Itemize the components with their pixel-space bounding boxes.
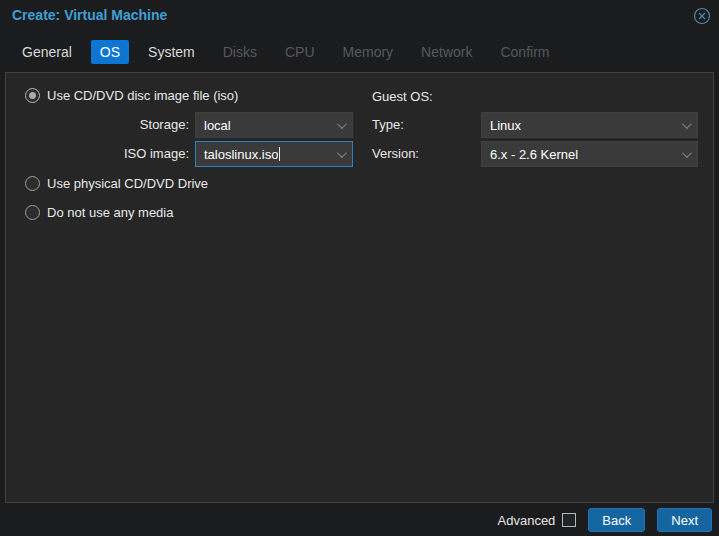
radio-button-icon[interactable]: [25, 205, 40, 220]
tab-network: Network: [412, 40, 481, 64]
os-tab-panel: Use CD/DVD disc image file (iso) Storage…: [5, 72, 714, 503]
chevron-down-icon[interactable]: [337, 148, 347, 158]
close-icon[interactable]: [693, 7, 711, 25]
guest-os-version-select[interactable]: 6.x - 2.6 Kernel: [481, 141, 698, 167]
chevron-down-icon[interactable]: [337, 119, 347, 129]
guest-os-version-value: 6.x - 2.6 Kernel: [490, 147, 578, 162]
advanced-label: Advanced: [498, 513, 556, 528]
radio-button-icon[interactable]: [25, 88, 40, 103]
radio-option-physical-drive[interactable]: Use physical CD/DVD Drive: [25, 176, 208, 191]
advanced-toggle[interactable]: Advanced: [498, 513, 577, 528]
storage-select[interactable]: local: [195, 112, 353, 138]
iso-image-value: taloslinux.iso: [204, 147, 278, 162]
back-button[interactable]: Back: [588, 508, 645, 532]
chevron-down-icon[interactable]: [682, 119, 692, 129]
tab-disks: Disks: [214, 40, 266, 64]
radio-label: Do not use any media: [47, 205, 173, 220]
chevron-down-icon[interactable]: [682, 148, 692, 158]
next-button[interactable]: Next: [657, 508, 712, 532]
tab-confirm: Confirm: [491, 40, 558, 64]
wizard-tabs: General OS System Disks CPU Memory Netwo…: [0, 31, 719, 72]
iso-image-combobox[interactable]: taloslinux.iso: [195, 141, 353, 167]
guest-os-type-value: Linux: [490, 118, 521, 133]
radio-label: Use physical CD/DVD Drive: [47, 176, 208, 191]
radio-label: Use CD/DVD disc image file (iso): [47, 88, 238, 103]
storage-label: Storage:: [39, 112, 189, 138]
guest-os-heading: Guest OS:: [372, 89, 433, 104]
dialog-titlebar: Create: Virtual Machine: [0, 0, 719, 31]
storage-value: local: [204, 118, 231, 133]
tab-os[interactable]: OS: [91, 40, 129, 64]
type-label: Type:: [372, 112, 462, 138]
advanced-checkbox[interactable]: [562, 513, 576, 527]
radio-option-no-media[interactable]: Do not use any media: [25, 205, 173, 220]
guest-os-type-select[interactable]: Linux: [481, 112, 698, 138]
iso-image-label: ISO image:: [39, 141, 189, 167]
tab-system[interactable]: System: [139, 40, 204, 64]
dialog-footer: Advanced Back Next: [0, 504, 719, 536]
tab-memory: Memory: [334, 40, 403, 64]
version-label: Version:: [372, 141, 462, 167]
tab-cpu: CPU: [276, 40, 324, 64]
tab-general[interactable]: General: [13, 40, 81, 64]
radio-button-icon[interactable]: [25, 176, 40, 191]
dialog-title: Create: Virtual Machine: [12, 7, 167, 23]
text-cursor: [279, 147, 280, 161]
radio-option-cd-image[interactable]: Use CD/DVD disc image file (iso): [25, 88, 238, 103]
